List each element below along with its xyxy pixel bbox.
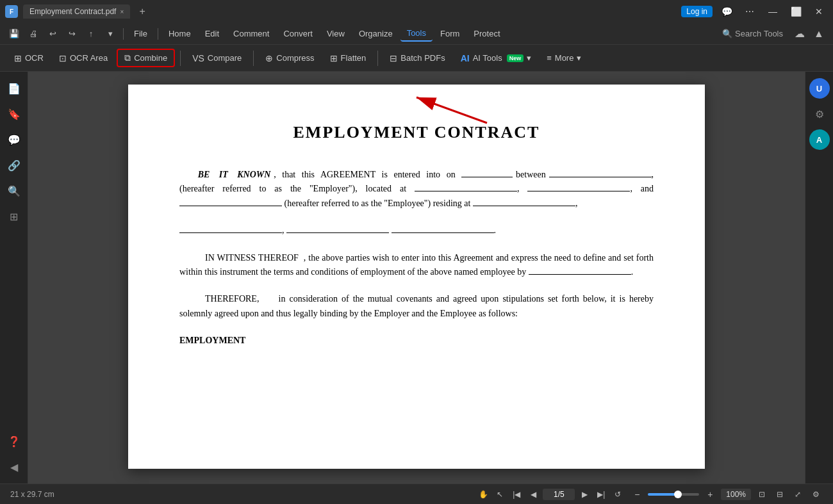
compress-icon: ⊕	[265, 53, 273, 63]
menu-edit[interactable]: Edit	[199, 26, 226, 41]
new-tab-button[interactable]: +	[135, 4, 149, 19]
main-layout: 📄 🔖 💬 🔗 🔍 ⊞ ❓ ◀ EMPLOYMENT CONTRACT	[0, 72, 833, 484]
more-dropdown-icon: ▾	[577, 53, 581, 63]
first-page-button[interactable]: |◀	[509, 487, 524, 501]
undo-icon[interactable]: ↩	[44, 25, 62, 43]
collapse-icon[interactable]: ▲	[810, 25, 828, 43]
menu-tools[interactable]: Tools	[400, 26, 433, 42]
page-input[interactable]: 1/5	[543, 489, 575, 500]
ocr-button[interactable]: ⊞ OCR	[8, 50, 50, 67]
maximize-icon[interactable]: ⬜	[787, 3, 805, 20]
compare-icon: VS	[192, 53, 204, 63]
compress-button[interactable]: ⊕ Compress	[259, 50, 320, 67]
new-badge: New	[507, 54, 524, 62]
menu-view[interactable]: View	[320, 26, 351, 41]
sidebar-thumbnail-icon[interactable]: 📄	[3, 77, 26, 100]
ai-avatar: A	[809, 129, 830, 150]
sidebar-comment-icon[interactable]: 💬	[3, 128, 26, 151]
zoom-slider[interactable]	[648, 493, 699, 496]
combine-icon: ⧉	[124, 53, 131, 63]
compare-button[interactable]: VS Compare	[186, 50, 248, 67]
sidebar-bookmark-icon[interactable]: 🔖	[3, 102, 26, 126]
fullscreen-button[interactable]: ⤢	[791, 487, 805, 501]
title-bar: F Employment Contract.pdf × + Log in 💬 ⋯…	[0, 0, 833, 23]
dropdown-icon[interactable]: ▾	[101, 25, 119, 43]
menu-comment[interactable]: Comment	[227, 26, 276, 41]
search-tools-button[interactable]: 🔍 Search Tools	[716, 27, 789, 40]
pdf-page: EMPLOYMENT CONTRACT BE IT KNOWN , that t…	[128, 85, 705, 469]
more-button[interactable]: ≡ More ▾	[540, 50, 588, 66]
sidebar-layers-icon[interactable]: ⊞	[3, 205, 26, 228]
combine-button[interactable]: ⧉ Combine	[117, 49, 175, 67]
menu-separator-2	[158, 28, 158, 40]
combine-label: Combine	[134, 53, 167, 63]
flatten-button[interactable]: ⊞ Flatten	[324, 50, 373, 67]
search-icon: 🔍	[722, 29, 732, 38]
right-settings-icon[interactable]: ⚙	[808, 102, 831, 126]
zoom-in-button[interactable]: +	[703, 487, 717, 501]
fit-page-button[interactable]: ⊡	[755, 487, 769, 501]
toolbar-separator-3	[377, 51, 378, 66]
hand-tool-icon[interactable]: ✋	[476, 487, 490, 501]
sidebar-collapse-icon[interactable]: ◀	[3, 455, 26, 478]
login-button[interactable]: Log in	[681, 6, 713, 17]
save-icon[interactable]: 💾	[5, 25, 23, 43]
minimize-icon[interactable]: —	[764, 3, 782, 20]
more-label: More	[555, 53, 574, 63]
compare-label: Compare	[208, 53, 242, 63]
document-tab[interactable]: Employment Contract.pdf ×	[23, 4, 130, 19]
ai-tools-button[interactable]: AI AI Tools New ▾	[454, 50, 538, 67]
ai-tools-label: AI Tools	[473, 53, 502, 63]
prev-page-button[interactable]: ◀	[526, 487, 540, 501]
flatten-icon: ⊞	[330, 53, 338, 63]
settings-button[interactable]: ⚙	[809, 487, 823, 501]
menu-convert[interactable]: Convert	[277, 26, 319, 41]
menu-file[interactable]: File	[128, 26, 154, 41]
menu-separator	[123, 28, 124, 40]
document-dimensions: 21 x 29.7 cm	[10, 490, 54, 499]
sidebar-help-icon[interactable]: ❓	[3, 430, 26, 453]
menu-bar: 💾 🖨 ↩ ↪ ↑ ▾ File Home Edit Comment Conve…	[0, 23, 833, 45]
toolbar-separator-1	[180, 51, 181, 66]
notification-icon[interactable]: 💬	[718, 3, 736, 20]
sidebar-link-icon[interactable]: 🔗	[3, 154, 26, 177]
fit-width-button[interactable]: ⊟	[773, 487, 787, 501]
toolbar: ⊞ OCR ⊡ OCR Area ⧉ Combine VS Compare ⊕ …	[0, 45, 833, 72]
more-options-icon[interactable]: ⋯	[741, 3, 759, 20]
print-icon[interactable]: 🖨	[24, 25, 42, 43]
batch-pdfs-button[interactable]: ⊟ Batch PDFs	[383, 50, 451, 67]
page-navigation: ✋ ↖ |◀ ◀ 1/5 ▶ ▶| ↺	[476, 487, 625, 501]
ai-tools-icon: AI	[461, 53, 470, 63]
selection-tool-icon[interactable]: ↖	[493, 487, 507, 501]
ocr-label: OCR	[25, 53, 44, 63]
avatar-ai[interactable]: A	[808, 128, 831, 151]
pdf-area[interactable]: EMPLOYMENT CONTRACT BE IT KNOWN , that t…	[28, 72, 805, 484]
close-icon[interactable]: ✕	[810, 3, 828, 20]
last-page-button[interactable]: ▶|	[594, 487, 608, 501]
ocr-area-button[interactable]: ⊡ OCR Area	[53, 50, 114, 67]
sidebar-search-icon[interactable]: 🔍	[3, 179, 26, 202]
compress-label: Compress	[276, 53, 314, 63]
zoom-out-button[interactable]: −	[630, 487, 644, 501]
batch-pdfs-icon: ⊟	[390, 53, 397, 63]
pdf-paragraph-1-end: , .	[179, 224, 654, 238]
redo-icon[interactable]: ↪	[63, 25, 81, 43]
upload-button[interactable]: ☁	[791, 25, 809, 43]
zoom-percentage: 100%	[721, 489, 751, 500]
ocr-area-icon: ⊡	[59, 53, 67, 63]
tab-close-button[interactable]: ×	[120, 8, 124, 15]
search-tools-label: Search Tools	[735, 29, 783, 38]
pdf-paragraph-3: THEREFORE, in consideration of the mutua…	[179, 292, 654, 321]
avatar-user[interactable]: U	[808, 77, 831, 100]
next-page-button[interactable]: ▶	[577, 487, 591, 501]
menu-organize[interactable]: Organize	[352, 26, 399, 41]
left-sidebar: 📄 🔖 💬 🔗 🔍 ⊞ ❓ ◀	[0, 72, 28, 484]
more-icon: ≡	[547, 53, 552, 63]
share-icon[interactable]: ↑	[82, 25, 100, 43]
menu-form[interactable]: Form	[434, 26, 466, 41]
menu-home[interactable]: Home	[162, 26, 197, 41]
flatten-label: Flatten	[341, 53, 367, 63]
rotate-left-icon[interactable]: ↺	[611, 487, 625, 501]
menu-protect[interactable]: Protect	[467, 26, 506, 41]
ai-tools-dropdown-icon: ▾	[527, 53, 531, 63]
